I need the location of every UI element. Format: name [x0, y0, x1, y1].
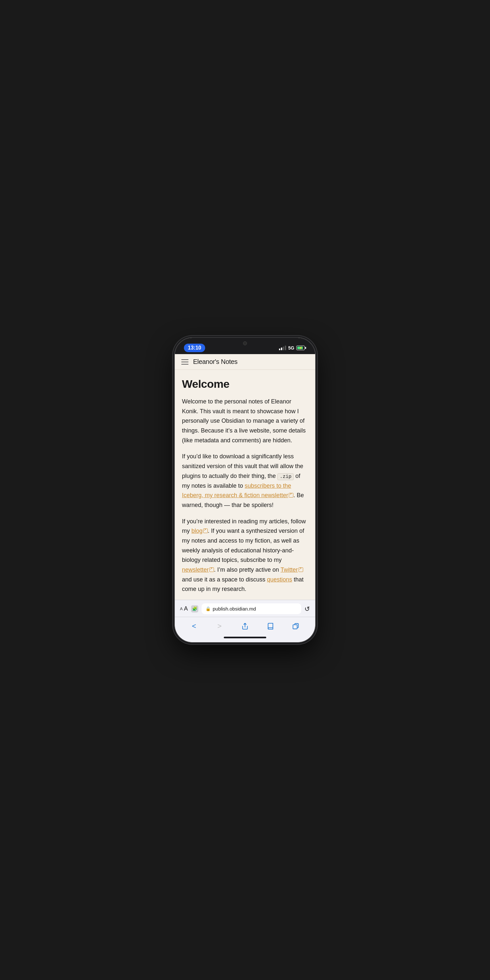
share-icon: [242, 623, 248, 630]
questions-link[interactable]: questions: [267, 576, 292, 583]
signal-icon: [279, 345, 286, 350]
app-header: Eleanor's Notes: [175, 354, 315, 370]
reload-button[interactable]: ↺: [304, 605, 310, 613]
external-link-icon: [289, 493, 293, 498]
status-right-icons: 5G ⚡: [279, 345, 306, 350]
phone-frame: 13:10 5G ⚡: [175, 338, 315, 642]
address-row: A A 🧩 🔒 publish.obsidian.md ↺: [180, 603, 310, 614]
notch: [225, 338, 265, 349]
para3-mid2: . I’m also pretty active on: [214, 566, 281, 573]
para3-mid3: and use it as a space to discuss: [182, 576, 267, 583]
content-area: Welcome Welcome to the personal notes of…: [175, 370, 315, 600]
url-bar[interactable]: 🔒 publish.obsidian.md: [202, 603, 301, 614]
newsletter-link[interactable]: newsletter: [182, 566, 214, 573]
status-time: 13:10: [184, 344, 205, 352]
font-small-label: A: [180, 607, 183, 611]
zip-code: .zip: [277, 473, 294, 480]
phone-screen: 13:10 5G ⚡: [175, 338, 315, 642]
share-button[interactable]: [237, 620, 253, 633]
lock-icon: 🔒: [205, 606, 211, 611]
forward-button[interactable]: >: [212, 620, 228, 633]
paragraph-3: If you’re interested in reading my artic…: [182, 517, 308, 595]
paragraph-1: Welcome to the personal notes of Eleanor…: [182, 397, 308, 445]
bookmarks-button[interactable]: [262, 620, 278, 633]
extensions-button[interactable]: 🧩: [191, 605, 198, 612]
network-label: 5G: [288, 345, 294, 350]
app-title: Eleanor's Notes: [193, 358, 237, 366]
blog-ext-icon: [203, 528, 208, 533]
svg-rect-1: [293, 625, 297, 629]
battery-icon: ⚡: [296, 345, 306, 350]
tabs-button[interactable]: [288, 620, 304, 633]
newsletter-ext-icon: [209, 568, 214, 572]
tabs-icon: [293, 623, 299, 630]
back-button[interactable]: <: [186, 620, 202, 633]
page-heading: Welcome: [182, 378, 308, 390]
content-scroll[interactable]: Welcome Welcome to the personal notes of…: [175, 370, 315, 600]
twitter-ext-icon: [299, 568, 303, 572]
home-indicator: [175, 634, 315, 642]
blog-link[interactable]: blog: [191, 528, 208, 534]
paragraph-2: If you’d like to download a significantl…: [182, 452, 308, 510]
status-bar: 13:10 5G ⚡: [175, 338, 315, 354]
book-icon: [267, 623, 274, 630]
bottom-nav: < >: [175, 617, 315, 634]
font-large-label: A: [184, 605, 188, 612]
browser-bar: A A 🧩 🔒 publish.obsidian.md ↺: [175, 600, 315, 617]
menu-icon[interactable]: [181, 360, 188, 364]
camera-dot: [243, 341, 247, 345]
twitter-link[interactable]: Twitter: [281, 566, 303, 573]
font-size-button[interactable]: A A: [180, 605, 188, 612]
url-text: publish.obsidian.md: [213, 606, 256, 611]
